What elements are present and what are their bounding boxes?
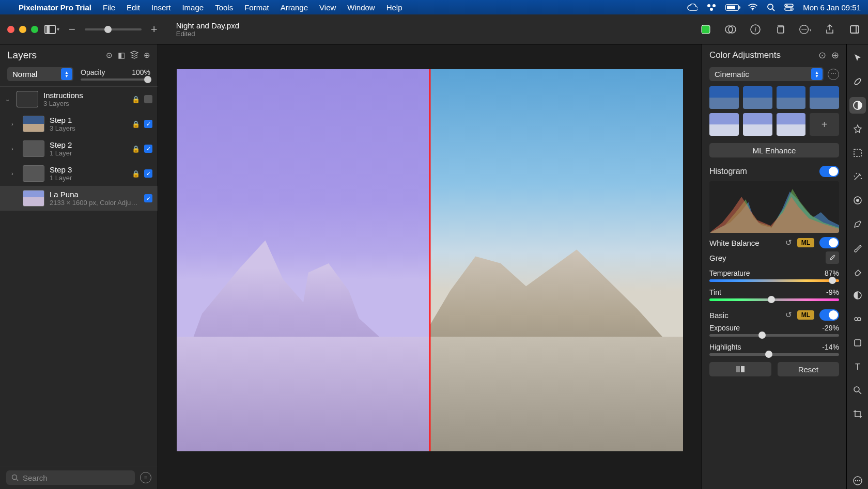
creative-cloud-icon[interactable] <box>687 4 698 11</box>
sidebar-toggle-button[interactable]: ▾ <box>44 25 59 34</box>
menu-window[interactable]: Window <box>347 3 375 12</box>
effects-tool-icon[interactable] <box>849 121 866 137</box>
histogram-toggle[interactable] <box>819 166 839 177</box>
preset-thumb[interactable] <box>709 113 739 136</box>
lock-icon[interactable]: 🔒 <box>132 145 139 153</box>
split-compare-button[interactable] <box>709 362 771 376</box>
visibility-checkbox[interactable]: ✓ <box>144 145 152 153</box>
preset-thumb[interactable] <box>743 113 772 136</box>
tint-slider[interactable] <box>709 298 839 301</box>
ml-enhance-button[interactable]: ML Enhance <box>709 143 839 157</box>
menu-help[interactable]: Help <box>386 3 402 12</box>
preset-thumb[interactable] <box>743 86 772 109</box>
blend-mode-select[interactable]: Normal ▲▼ <box>7 67 73 81</box>
zoom-out-button[interactable]: − <box>66 23 79 36</box>
menu-insert[interactable]: Insert <box>151 3 171 12</box>
magic-wand-tool-icon[interactable] <box>849 168 866 185</box>
preset-add-button[interactable]: + <box>810 113 839 136</box>
visibility-checkbox[interactable]: ✓ <box>144 169 152 178</box>
text-tool-icon[interactable]: T <box>849 358 866 375</box>
reset-button[interactable]: Reset <box>778 362 840 376</box>
app-name[interactable]: Pixelmator Pro Trial <box>19 3 91 12</box>
shape-tool-icon[interactable] <box>849 335 866 351</box>
layer-row-step1[interactable]: › Step 1 3 Layers 🔒 ✓ <box>0 112 158 136</box>
visibility-checkbox[interactable]: ✓ <box>144 194 152 202</box>
eyedropper-button[interactable] <box>826 251 839 264</box>
spotlight-icon[interactable] <box>767 3 775 11</box>
menu-image[interactable]: Image <box>182 3 204 12</box>
layers-options-icon[interactable]: ⊙ <box>106 51 113 60</box>
disclosure-icon[interactable]: › <box>11 170 18 177</box>
color-adjust-tool-icon[interactable] <box>849 97 866 114</box>
white-balance-toggle[interactable] <box>819 237 839 248</box>
ml-pill[interactable]: ML <box>797 310 814 320</box>
layers-add-icon[interactable]: ⊕ <box>144 51 150 60</box>
layer-row-lapuna[interactable]: La Puna 2133 × 1600 px, Color Adjustm… ✓ <box>0 186 158 211</box>
effects-icon[interactable] <box>724 23 737 36</box>
layer-row-step2[interactable]: › Step 2 1 Layer 🔒 ✓ <box>0 136 158 161</box>
disclosure-icon[interactable]: ⌄ <box>5 96 11 103</box>
arrow-tool-icon[interactable] <box>849 50 866 66</box>
preset-thumb[interactable] <box>709 86 739 109</box>
document-canvas[interactable] <box>177 69 683 451</box>
preset-thumb[interactable] <box>810 86 839 109</box>
preset-thumb[interactable] <box>777 86 806 109</box>
menu-tools[interactable]: Tools <box>215 3 233 12</box>
zoom-slider[interactable] <box>85 28 142 30</box>
highlights-slider[interactable] <box>709 353 839 356</box>
preset-thumb[interactable] <box>777 113 806 136</box>
zoom-tool-icon[interactable] <box>849 382 866 399</box>
pen-tool-icon[interactable] <box>849 216 866 232</box>
repair-tool-icon[interactable] <box>849 192 866 209</box>
menu-file[interactable]: File <box>103 3 115 12</box>
duplicate-icon[interactable] <box>774 23 786 36</box>
canvas-area[interactable] <box>158 44 702 489</box>
preset-select[interactable]: Cinematic ▲▼ <box>709 67 824 81</box>
zoom-in-button[interactable]: + <box>148 23 161 36</box>
reset-icon[interactable]: ↺ <box>785 238 792 247</box>
visibility-checkbox[interactable] <box>144 95 152 103</box>
brush-tool-icon[interactable] <box>849 240 866 256</box>
minimize-window-button[interactable] <box>19 26 26 33</box>
preset-more-icon[interactable]: ⋯ <box>828 69 839 80</box>
clone-tool-icon[interactable] <box>849 311 866 327</box>
color-picker-icon[interactable] <box>700 23 712 36</box>
crop-tool-icon[interactable] <box>849 406 866 422</box>
eraser-tool-icon[interactable] <box>849 263 866 280</box>
filter-icon[interactable]: ≡ <box>140 472 151 483</box>
basic-toggle[interactable] <box>819 309 839 321</box>
adjust-options-icon[interactable]: ⊙ <box>818 50 826 61</box>
disclosure-icon[interactable]: › <box>11 121 18 127</box>
lock-icon[interactable]: 🔒 <box>132 120 139 128</box>
fullscreen-window-button[interactable] <box>31 26 38 33</box>
clock[interactable]: Mon 6 Jan 09:51 <box>803 3 861 12</box>
battery-icon[interactable] <box>725 4 739 11</box>
lock-icon[interactable]: 🔒 <box>132 96 139 103</box>
layers-search-input[interactable]: Search <box>6 470 135 485</box>
share-icon[interactable] <box>824 23 836 36</box>
adjust-add-icon[interactable]: ⊕ <box>831 50 839 61</box>
menu-arrange[interactable]: Arrange <box>281 3 308 12</box>
marquee-tool-icon[interactable] <box>849 145 866 161</box>
ml-pill[interactable]: ML <box>797 238 814 247</box>
close-window-button[interactable] <box>7 26 14 33</box>
dropbox-icon[interactable] <box>707 4 716 11</box>
reset-icon[interactable]: ↺ <box>785 310 792 320</box>
wifi-icon[interactable] <box>748 4 757 11</box>
panels-toggle-icon[interactable] <box>848 23 861 36</box>
visibility-checkbox[interactable]: ✓ <box>144 120 152 128</box>
more-actions-icon[interactable]: ▾ <box>799 23 811 36</box>
layers-stack-icon[interactable] <box>130 51 138 60</box>
layer-row-instructions[interactable]: ⌄ Instructions 3 Layers 🔒 <box>0 87 158 112</box>
menu-format[interactable]: Format <box>244 3 269 12</box>
menu-edit[interactable]: Edit <box>127 3 140 12</box>
disclosure-icon[interactable]: › <box>11 146 18 152</box>
style-tool-icon[interactable] <box>849 73 866 90</box>
more-tools-icon[interactable] <box>849 472 866 489</box>
control-center-icon[interactable] <box>784 4 794 11</box>
temperature-slider[interactable] <box>709 279 839 282</box>
opacity-slider[interactable] <box>81 78 150 81</box>
gradient-tool-icon[interactable] <box>849 287 866 304</box>
info-icon[interactable]: i <box>749 23 762 36</box>
layer-row-step3[interactable]: › Step 3 1 Layer 🔒 ✓ <box>0 161 158 186</box>
